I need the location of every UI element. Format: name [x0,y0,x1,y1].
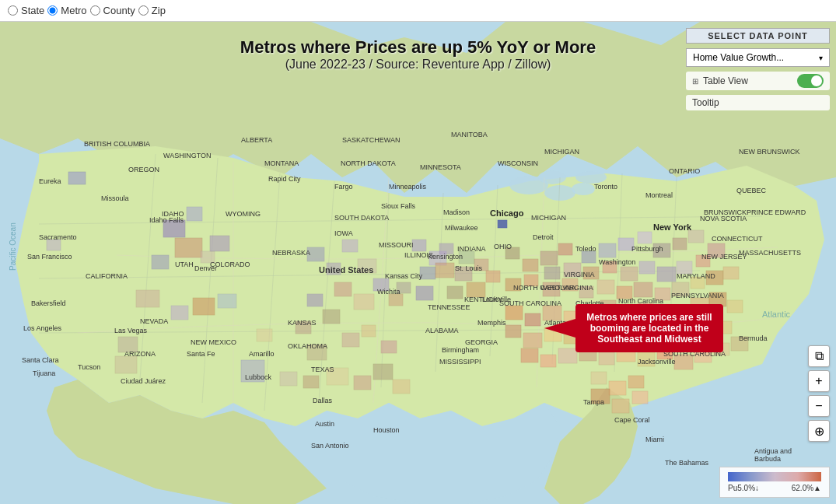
svg-text:Lubbock: Lubbock [245,373,272,381]
svg-text:Miami: Miami [645,436,664,443]
svg-rect-152 [612,399,629,413]
svg-rect-140 [599,352,614,365]
svg-text:Toronto: Toronto [594,183,617,191]
metro-label[interactable]: Metro [61,5,86,16]
svg-text:Minneapolis: Minneapolis [389,183,427,191]
location-icon: ⊕ [814,424,824,439]
svg-rect-33 [210,236,229,251]
svg-rect-84 [599,243,616,257]
svg-text:Fargo: Fargo [334,183,353,191]
svg-rect-86 [638,232,652,243]
tooltip-row: Tooltip [686,95,830,110]
zip-radio[interactable] [138,5,149,16]
svg-text:IDAHO: IDAHO [162,210,184,218]
svg-text:MONTANA: MONTANA [264,159,299,167]
svg-text:VIRGINIA: VIRGINIA [564,271,595,278]
callout-text: Metros where prices are still booming ar… [586,312,712,345]
svg-text:Detroit: Detroit [533,233,554,241]
svg-rect-63 [412,240,426,251]
svg-text:Wichita: Wichita [377,288,401,296]
tooltip-label: Tooltip [692,97,719,108]
svg-text:Austin: Austin [315,420,334,428]
svg-text:MICHIGAN: MICHIGAN [544,148,579,156]
svg-rect-112 [525,313,540,326]
svg-text:TENNESSEE: TENNESSEE [428,303,470,311]
metro-radio[interactable] [47,5,58,16]
svg-rect-36 [193,298,215,315]
svg-text:WASHINGTON: WASHINGTON [163,152,212,159]
svg-rect-71 [447,286,463,299]
svg-rect-35 [171,306,188,320]
svg-rect-58 [303,376,319,388]
zoom-in-button[interactable]: + [808,370,830,392]
legend-gradient-bar [728,472,821,481]
svg-rect-44 [342,240,358,252]
table-view-toggle[interactable] [797,74,824,88]
svg-rect-111 [505,306,523,320]
svg-text:Rapid City: Rapid City [268,175,301,183]
svg-text:Las Vegas: Las Vegas [114,327,148,334]
svg-rect-74 [416,286,433,300]
county-label[interactable]: County [103,5,135,16]
svg-text:ALBERTA: ALBERTA [241,136,272,144]
radio-group-geography: State Metro County Zip [8,5,166,16]
data-point-dropdown[interactable]: Home Value Growth... ▾ [686,48,830,67]
callout-box: Metros where prices are still booming ar… [575,304,723,352]
svg-text:Tampa: Tampa [583,398,604,406]
svg-rect-67 [435,263,454,278]
svg-rect-49 [389,294,403,306]
state-label[interactable]: State [21,5,44,16]
svg-text:Sacramento: Sacramento [39,233,77,241]
table-icon: ⊞ [692,77,698,86]
svg-text:ILLINOIS: ILLINOIS [404,251,433,259]
map-container: Atlantic Pacific Ocean [0,22,836,504]
county-radio[interactable] [90,5,100,16]
svg-rect-103 [597,280,614,294]
svg-rect-81 [544,267,560,279]
svg-text:Kansas City: Kansas City [385,272,423,280]
svg-text:MISSOURI: MISSOURI [379,241,414,249]
svg-text:NEVADA: NEVADA [140,317,168,325]
svg-text:The Bahamas: The Bahamas [665,459,709,467]
svg-text:IOWA: IOWA [334,229,353,237]
svg-text:Antigua and: Antigua and [754,447,792,455]
svg-text:KENTUCKY: KENTUCKY [464,296,502,303]
zoom-out-button[interactable]: − [808,395,830,417]
svg-text:San Francisco: San Francisco [27,253,72,261]
svg-text:Chicago: Chicago [490,208,524,218]
svg-text:MISSISSIPPI: MISSISSIPPI [439,358,481,366]
svg-text:Jacksonville: Jacksonville [638,358,676,366]
svg-text:WEST VIRGINIA: WEST VIRGINIA [540,284,593,292]
svg-text:MARYLAND: MARYLAND [677,272,715,280]
svg-rect-34 [136,290,159,307]
svg-text:CONNECTICUT: CONNECTICUT [712,235,763,243]
svg-rect-62 [393,380,410,394]
svg-rect-92 [621,267,638,281]
svg-rect-54 [362,325,376,337]
copy-map-button[interactable]: ⧉ [808,345,830,367]
svg-rect-78 [523,259,538,271]
state-radio[interactable] [8,5,18,16]
svg-text:UTAH: UTAH [175,261,194,268]
location-button[interactable]: ⊕ [808,420,830,442]
svg-text:BRUNSWICK: BRUNSWICK [704,208,747,216]
svg-rect-46 [334,282,352,296]
toolbar: State Metro County Zip [0,0,836,22]
svg-text:OREGON: OREGON [128,166,159,173]
zip-label[interactable]: Zip [152,5,166,16]
svg-rect-76 [498,220,507,228]
svg-rect-148 [591,372,607,384]
svg-text:New York: New York [653,222,692,232]
legend: Pu5.0%↓ 62.0%▲ [719,467,830,498]
svg-text:BRITISH COLUMBIA: BRITISH COLUMBIA [84,140,150,148]
svg-text:CALIFORNIA: CALIFORNIA [86,272,128,280]
svg-text:ONTARIO: ONTARIO [669,167,700,175]
svg-rect-40 [115,356,137,373]
svg-text:Madison: Madison [443,208,470,216]
svg-rect-26 [68,172,86,184]
legend-labels: Pu5.0%↓ 62.0%▲ [728,484,821,492]
svg-text:Houston: Houston [373,426,400,434]
svg-text:GEORGIA: GEORGIA [465,338,498,346]
svg-text:WISCONSIN: WISCONSIN [498,159,538,167]
svg-text:OKLAHOMA: OKLAHOMA [288,342,327,350]
